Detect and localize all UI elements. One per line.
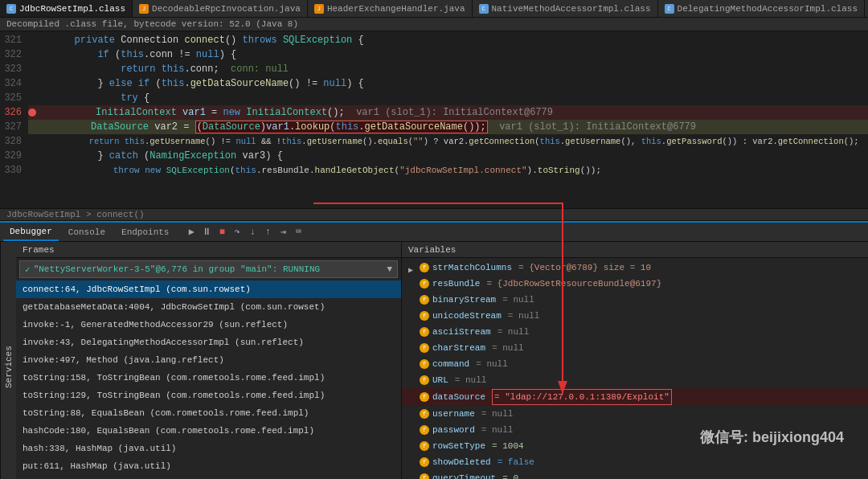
step-out-button[interactable]: ↑ xyxy=(261,226,274,239)
var-item-datasource[interactable]: ▶ f dataSource = "ldap://127.0.0.1:1389/… xyxy=(402,388,868,406)
frame-item-5[interactable]: toString:158, ToStringBean (com.rometool… xyxy=(16,369,401,387)
var-item-0[interactable]: ▶ f strMatchColumns = {Vector@6789} size… xyxy=(402,260,868,276)
var-item-9[interactable]: ▶ f username = null xyxy=(402,406,868,422)
services-panel-label: Services xyxy=(0,242,16,479)
java-icon: J xyxy=(139,4,149,14)
frame-item-0[interactable]: connect:64, JdbcRowSetImpl (com.sun.rows… xyxy=(16,280,401,298)
code-line-330: throw new SQLException(this.resBundle.ha… xyxy=(28,163,868,178)
code-line-329: } catch (NamingException var3) { xyxy=(28,149,868,163)
tab-decodeablerpc[interactable]: J DecodeableRpcInvocation.java xyxy=(133,0,308,18)
tab-debugger[interactable]: Debugger xyxy=(3,223,59,241)
var-field-icon-ds: f xyxy=(420,392,429,402)
pause-button[interactable]: ⏸ xyxy=(200,226,213,239)
resume-button[interactable]: ▶ xyxy=(185,226,198,239)
line-numbers: 321 322 323 324 325 326 327 328 329 330 xyxy=(0,31,28,208)
frame-item-4[interactable]: invoke:497, Method (java.lang.reflect) xyxy=(16,351,401,369)
code-line-328: return this.getUsername() != null && !th… xyxy=(28,134,868,149)
debug-section: Debugger Console Endpoints ▶ ⏸ ■ ↷ ↓ ↑ ⇥… xyxy=(0,221,868,479)
tab-nativemethod[interactable]: C NativeMethodAccessorImpl.class xyxy=(473,0,658,18)
frame-item-9[interactable]: hash:338, HashMap (java.util) xyxy=(16,440,401,457)
code-content: private Connection connect() throws SQLE… xyxy=(28,31,868,208)
var-field-icon-11: f xyxy=(420,441,429,451)
tab-endpoints[interactable]: Endpoints xyxy=(115,223,175,241)
debug-tabs: Debugger Console Endpoints ▶ ⏸ ■ ↷ ↓ ↑ ⇥… xyxy=(0,223,868,242)
frame-item-6[interactable]: toString:129, ToStringBean (com.rometool… xyxy=(16,387,401,404)
expand-icon[interactable]: ▶ xyxy=(408,264,416,272)
var-field-icon-4: f xyxy=(420,327,429,337)
var-field-icon-5: f xyxy=(420,343,429,353)
var-field-icon-12: f xyxy=(420,457,429,467)
frame-item-11[interactable]: doReadMap:145, MapDeserializer (com.alib… xyxy=(16,475,401,479)
frames-panel: Frames ✓ "NettyServerWorker-3-5"@6,776 i… xyxy=(16,242,402,479)
var-item-6[interactable]: ▶ f command = null xyxy=(402,356,868,372)
class-icon-3: C xyxy=(665,4,674,14)
var-field-icon-10: f xyxy=(420,425,429,435)
dropdown-arrow-icon: ▼ xyxy=(387,264,392,274)
code-line-327: DataSource var2 = (DataSource)var1.looku… xyxy=(28,120,868,134)
evaluate-button[interactable]: ⌨ xyxy=(292,226,305,239)
var-item-4[interactable]: ▶ f asciiStream = null xyxy=(402,324,868,340)
frame-item-8[interactable]: hashCode:180, EqualsBean (com.rometools.… xyxy=(16,422,401,440)
tab-headerexchange[interactable]: J HeaderExchangeHandler.java xyxy=(308,0,473,18)
var-item-11[interactable]: ▶ f rowSetType = 1004 xyxy=(402,438,868,454)
var-item-2[interactable]: ▶ f binaryStream = null xyxy=(402,292,868,308)
decompiled-notice: Decompiled .class file, bytecode version… xyxy=(0,18,868,31)
code-editor: 321 322 323 324 325 326 327 328 329 330 … xyxy=(0,31,868,208)
code-line-322: if (this.conn != null) { xyxy=(28,47,868,62)
frame-item-10[interactable]: put:611, HashMap (java.util) xyxy=(16,457,401,475)
class-icon-2: C xyxy=(479,4,489,14)
frame-item-3[interactable]: invoke:43, DelegatingMethodAccessorImpl … xyxy=(16,334,401,351)
frames-header: Frames xyxy=(16,242,401,258)
var-item-13[interactable]: ▶ f queryTimeout = 0 xyxy=(402,470,868,479)
run-to-cursor-button[interactable]: ⇥ xyxy=(276,226,289,239)
var-field-icon-9: f xyxy=(420,409,429,419)
frame-item-7[interactable]: toString:88, EqualsBean (com.rometools.r… xyxy=(16,404,401,422)
var-field-icon-2: f xyxy=(420,295,429,305)
code-line-321: private Connection connect() throws SQLE… xyxy=(28,33,868,47)
frame-item-1[interactable]: getDatabaseMetaData:4004, JdbcRowSetImpl… xyxy=(16,298,401,316)
var-item-10[interactable]: ▶ f password = null xyxy=(402,422,868,438)
variables-list: ▶ f strMatchColumns = {Vector@6789} size… xyxy=(402,258,868,479)
var-field-icon: f xyxy=(420,263,429,272)
tab-console[interactable]: Console xyxy=(62,223,112,241)
var-item-1[interactable]: ▶ f resBundle = {JdbcRowSetResourceBundl… xyxy=(402,276,868,292)
code-line-323: return this.conn; conn: null xyxy=(28,62,868,76)
var-item-5[interactable]: ▶ f charStream = null xyxy=(402,340,868,356)
stop-button[interactable]: ■ xyxy=(215,226,228,239)
variables-panel: Variables ▶ f strMatchColumns = {Vector@… xyxy=(402,242,868,479)
breadcrumb: JdbcRowSetImpl > connect() xyxy=(0,208,868,221)
var-item-12[interactable]: ▶ f showDeleted = false xyxy=(402,454,868,470)
debug-main: Services Frames ✓ "NettyServerWorker-3-5… xyxy=(0,242,868,479)
tab-method[interactable]: J Method.java xyxy=(865,0,868,18)
var-item-3[interactable]: ▶ f unicodeStream = null xyxy=(402,308,868,324)
java-icon-2: J xyxy=(314,4,324,14)
tab-delegatingmethod[interactable]: C DelegatingMethodAccessorImpl.class xyxy=(658,0,865,18)
thread-dropdown[interactable]: ✓ "NettyServerWorker-3-5"@6,776 in group… xyxy=(19,260,398,278)
var-field-icon-7: f xyxy=(420,375,429,385)
var-field-icon-1: f xyxy=(420,279,429,289)
frame-item-2[interactable]: invoke:-1, GeneratedMethodAccessor29 (su… xyxy=(16,316,401,334)
step-over-button[interactable]: ↷ xyxy=(231,226,244,239)
code-line-324: } else if (this.getDataSourceName() != n… xyxy=(28,76,868,91)
tab-jdbcrowsetimpl[interactable]: C JdbcRowSetImpl.class xyxy=(0,0,133,18)
debug-toolbar: ▶ ⏸ ■ ↷ ↓ ↑ ⇥ ⌨ xyxy=(185,226,305,239)
variables-header: Variables xyxy=(402,242,868,258)
tab-bar: C JdbcRowSetImpl.class J DecodeableRpcIn… xyxy=(0,0,868,18)
step-into-button[interactable]: ↓ xyxy=(246,226,259,239)
var-field-icon-13: f xyxy=(420,473,429,479)
var-field-icon-3: f xyxy=(420,311,429,321)
var-item-7[interactable]: ▶ f URL = null xyxy=(402,372,868,388)
class-icon: C xyxy=(6,4,16,14)
var-field-icon-6: f xyxy=(420,359,429,369)
frames-list: connect:64, JdbcRowSetImpl (com.sun.rows… xyxy=(16,280,401,479)
